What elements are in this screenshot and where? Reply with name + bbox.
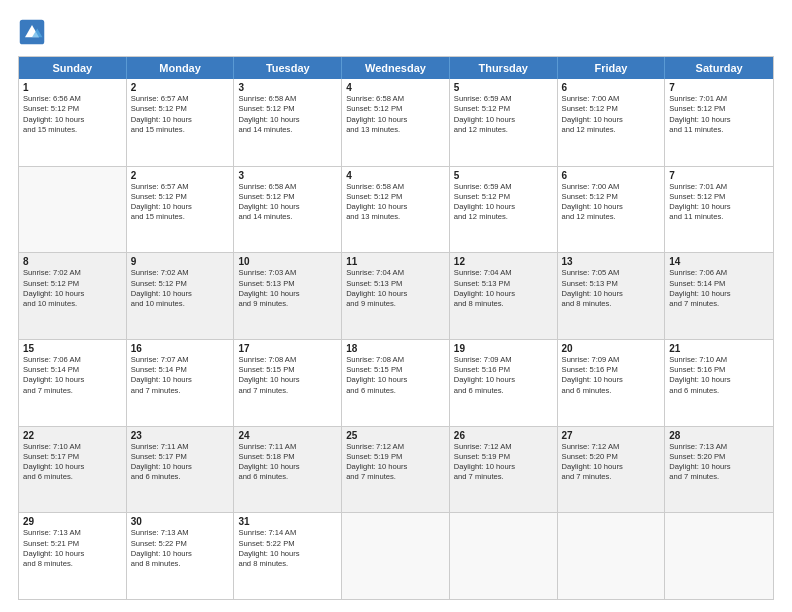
day-number: 25 — [346, 430, 445, 441]
day-number: 28 — [669, 430, 769, 441]
week-row-0: 1Sunrise: 6:56 AM Sunset: 5:12 PM Daylig… — [19, 79, 773, 166]
day-number: 27 — [562, 430, 661, 441]
cell-content: Sunrise: 7:01 AM Sunset: 5:12 PM Dayligh… — [669, 94, 769, 135]
cal-cell-5-6 — [665, 513, 773, 599]
day-number: 1 — [23, 82, 122, 93]
day-number: 14 — [669, 256, 769, 267]
cell-content: Sunrise: 7:01 AM Sunset: 5:12 PM Dayligh… — [669, 182, 769, 223]
header-saturday: Saturday — [665, 57, 773, 79]
cell-content: Sunrise: 6:58 AM Sunset: 5:12 PM Dayligh… — [346, 182, 445, 223]
cell-content: Sunrise: 7:09 AM Sunset: 5:16 PM Dayligh… — [454, 355, 553, 396]
cal-cell-3-1: 16Sunrise: 7:07 AM Sunset: 5:14 PM Dayli… — [127, 340, 235, 426]
cell-content: Sunrise: 6:58 AM Sunset: 5:12 PM Dayligh… — [238, 182, 337, 223]
week-row-2: 8Sunrise: 7:02 AM Sunset: 5:12 PM Daylig… — [19, 252, 773, 339]
cal-cell-0-4: 5Sunrise: 6:59 AM Sunset: 5:12 PM Daylig… — [450, 79, 558, 166]
day-number: 31 — [238, 516, 337, 527]
header-friday: Friday — [558, 57, 666, 79]
day-number: 13 — [562, 256, 661, 267]
cal-cell-2-4: 12Sunrise: 7:04 AM Sunset: 5:13 PM Dayli… — [450, 253, 558, 339]
calendar-body: 1Sunrise: 6:56 AM Sunset: 5:12 PM Daylig… — [19, 79, 773, 599]
day-number: 23 — [131, 430, 230, 441]
day-number: 8 — [23, 256, 122, 267]
cal-cell-2-2: 10Sunrise: 7:03 AM Sunset: 5:13 PM Dayli… — [234, 253, 342, 339]
cal-cell-1-4: 5Sunrise: 6:59 AM Sunset: 5:12 PM Daylig… — [450, 167, 558, 253]
cell-content: Sunrise: 6:57 AM Sunset: 5:12 PM Dayligh… — [131, 182, 230, 223]
day-number: 11 — [346, 256, 445, 267]
cal-cell-1-6: 7Sunrise: 7:01 AM Sunset: 5:12 PM Daylig… — [665, 167, 773, 253]
day-number: 22 — [23, 430, 122, 441]
header-tuesday: Tuesday — [234, 57, 342, 79]
day-number: 5 — [454, 170, 553, 181]
cal-cell-3-2: 17Sunrise: 7:08 AM Sunset: 5:15 PM Dayli… — [234, 340, 342, 426]
cal-cell-0-3: 4Sunrise: 6:58 AM Sunset: 5:12 PM Daylig… — [342, 79, 450, 166]
cal-cell-3-4: 19Sunrise: 7:09 AM Sunset: 5:16 PM Dayli… — [450, 340, 558, 426]
cal-cell-4-3: 25Sunrise: 7:12 AM Sunset: 5:19 PM Dayli… — [342, 427, 450, 513]
cell-content: Sunrise: 7:14 AM Sunset: 5:22 PM Dayligh… — [238, 528, 337, 569]
cal-cell-1-3: 4Sunrise: 6:58 AM Sunset: 5:12 PM Daylig… — [342, 167, 450, 253]
cell-content: Sunrise: 7:13 AM Sunset: 5:22 PM Dayligh… — [131, 528, 230, 569]
day-number: 7 — [669, 82, 769, 93]
day-number: 15 — [23, 343, 122, 354]
calendar-header: Sunday Monday Tuesday Wednesday Thursday… — [19, 57, 773, 79]
week-row-5: 29Sunrise: 7:13 AM Sunset: 5:21 PM Dayli… — [19, 512, 773, 599]
cal-cell-4-5: 27Sunrise: 7:12 AM Sunset: 5:20 PM Dayli… — [558, 427, 666, 513]
cal-cell-2-0: 8Sunrise: 7:02 AM Sunset: 5:12 PM Daylig… — [19, 253, 127, 339]
cal-cell-4-1: 23Sunrise: 7:11 AM Sunset: 5:17 PM Dayli… — [127, 427, 235, 513]
day-number: 29 — [23, 516, 122, 527]
day-number: 16 — [131, 343, 230, 354]
header-wednesday: Wednesday — [342, 57, 450, 79]
cell-content: Sunrise: 7:00 AM Sunset: 5:12 PM Dayligh… — [562, 182, 661, 223]
cell-content: Sunrise: 7:06 AM Sunset: 5:14 PM Dayligh… — [669, 268, 769, 309]
cal-cell-0-5: 6Sunrise: 7:00 AM Sunset: 5:12 PM Daylig… — [558, 79, 666, 166]
cal-cell-4-0: 22Sunrise: 7:10 AM Sunset: 5:17 PM Dayli… — [19, 427, 127, 513]
cal-cell-1-5: 6Sunrise: 7:00 AM Sunset: 5:12 PM Daylig… — [558, 167, 666, 253]
week-row-4: 22Sunrise: 7:10 AM Sunset: 5:17 PM Dayli… — [19, 426, 773, 513]
cell-content: Sunrise: 7:08 AM Sunset: 5:15 PM Dayligh… — [238, 355, 337, 396]
day-number: 3 — [238, 170, 337, 181]
cal-cell-1-1: 2Sunrise: 6:57 AM Sunset: 5:12 PM Daylig… — [127, 167, 235, 253]
day-number: 12 — [454, 256, 553, 267]
cell-content: Sunrise: 7:05 AM Sunset: 5:13 PM Dayligh… — [562, 268, 661, 309]
cell-content: Sunrise: 7:04 AM Sunset: 5:13 PM Dayligh… — [346, 268, 445, 309]
cal-cell-4-4: 26Sunrise: 7:12 AM Sunset: 5:19 PM Dayli… — [450, 427, 558, 513]
cell-content: Sunrise: 7:10 AM Sunset: 5:17 PM Dayligh… — [23, 442, 122, 483]
logo-icon — [18, 18, 46, 46]
cell-content: Sunrise: 7:06 AM Sunset: 5:14 PM Dayligh… — [23, 355, 122, 396]
cal-cell-2-6: 14Sunrise: 7:06 AM Sunset: 5:14 PM Dayli… — [665, 253, 773, 339]
cell-content: Sunrise: 6:58 AM Sunset: 5:12 PM Dayligh… — [238, 94, 337, 135]
cell-content: Sunrise: 6:57 AM Sunset: 5:12 PM Dayligh… — [131, 94, 230, 135]
cell-content: Sunrise: 7:12 AM Sunset: 5:19 PM Dayligh… — [346, 442, 445, 483]
cal-cell-2-5: 13Sunrise: 7:05 AM Sunset: 5:13 PM Dayli… — [558, 253, 666, 339]
logo — [18, 18, 50, 46]
cell-content: Sunrise: 7:12 AM Sunset: 5:20 PM Dayligh… — [562, 442, 661, 483]
cell-content: Sunrise: 7:03 AM Sunset: 5:13 PM Dayligh… — [238, 268, 337, 309]
day-number: 6 — [562, 82, 661, 93]
cell-content: Sunrise: 7:00 AM Sunset: 5:12 PM Dayligh… — [562, 94, 661, 135]
day-number: 17 — [238, 343, 337, 354]
cal-cell-0-2: 3Sunrise: 6:58 AM Sunset: 5:12 PM Daylig… — [234, 79, 342, 166]
day-number: 21 — [669, 343, 769, 354]
cal-cell-3-3: 18Sunrise: 7:08 AM Sunset: 5:15 PM Dayli… — [342, 340, 450, 426]
cal-cell-0-1: 2Sunrise: 6:57 AM Sunset: 5:12 PM Daylig… — [127, 79, 235, 166]
cell-content: Sunrise: 7:02 AM Sunset: 5:12 PM Dayligh… — [23, 268, 122, 309]
week-row-1: 2Sunrise: 6:57 AM Sunset: 5:12 PM Daylig… — [19, 166, 773, 253]
header-monday: Monday — [127, 57, 235, 79]
header — [18, 18, 774, 46]
day-number: 6 — [562, 170, 661, 181]
cell-content: Sunrise: 6:56 AM Sunset: 5:12 PM Dayligh… — [23, 94, 122, 135]
day-number: 2 — [131, 82, 230, 93]
day-number: 26 — [454, 430, 553, 441]
cal-cell-5-3 — [342, 513, 450, 599]
cell-content: Sunrise: 7:13 AM Sunset: 5:20 PM Dayligh… — [669, 442, 769, 483]
cal-cell-5-0: 29Sunrise: 7:13 AM Sunset: 5:21 PM Dayli… — [19, 513, 127, 599]
calendar: Sunday Monday Tuesday Wednesday Thursday… — [18, 56, 774, 600]
cell-content: Sunrise: 7:09 AM Sunset: 5:16 PM Dayligh… — [562, 355, 661, 396]
day-number: 9 — [131, 256, 230, 267]
day-number: 7 — [669, 170, 769, 181]
cal-cell-3-0: 15Sunrise: 7:06 AM Sunset: 5:14 PM Dayli… — [19, 340, 127, 426]
day-number: 10 — [238, 256, 337, 267]
cal-cell-5-5 — [558, 513, 666, 599]
day-number: 4 — [346, 82, 445, 93]
day-number: 20 — [562, 343, 661, 354]
cell-content: Sunrise: 7:13 AM Sunset: 5:21 PM Dayligh… — [23, 528, 122, 569]
